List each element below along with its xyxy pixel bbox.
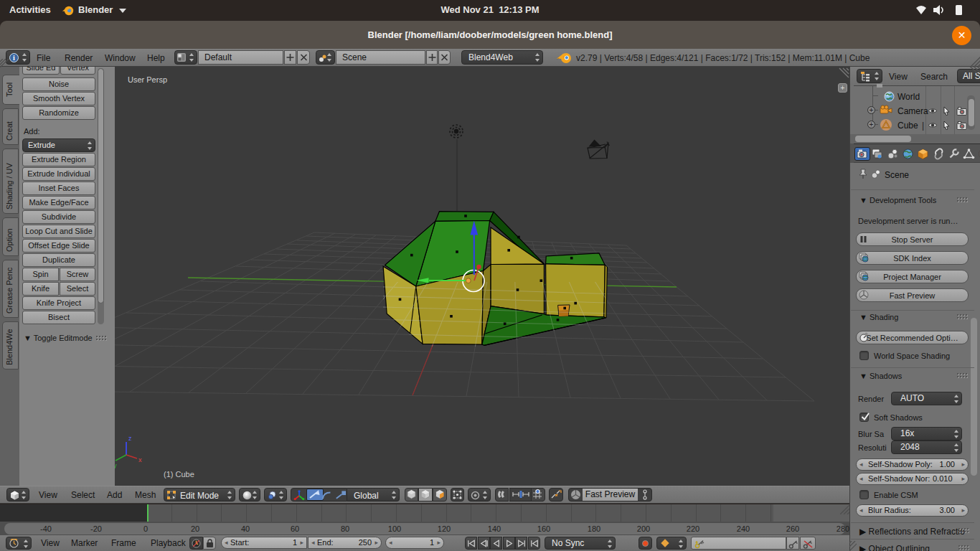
- svg-text:i: i: [13, 54, 15, 62]
- svg-text:x: x: [138, 456, 142, 463]
- svg-text:z: z: [128, 435, 132, 442]
- svg-text:y: y: [115, 462, 117, 469]
